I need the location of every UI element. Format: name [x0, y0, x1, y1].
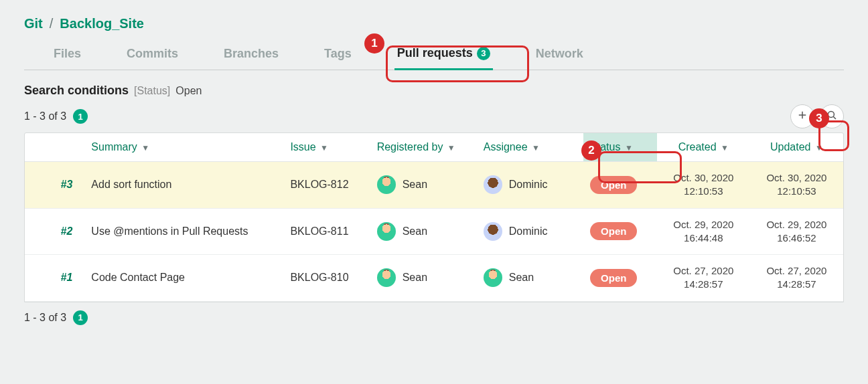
avatar — [377, 222, 396, 241]
pr-updated: Oct. 30, 2020 12:10:53 — [750, 162, 843, 209]
col-issue-label: Issue — [290, 141, 315, 153]
pr-assignee: Sean — [477, 255, 583, 302]
user-name: Sean — [403, 179, 427, 191]
col-updated[interactable]: Updated ▼ — [750, 133, 843, 162]
tab-pull-requests-label: Pull requests — [397, 46, 473, 60]
pr-id[interactable]: #1 — [25, 255, 84, 302]
result-count-badge-top: 1 — [73, 109, 88, 124]
chevron-down-icon: ▼ — [320, 143, 328, 153]
table-row[interactable]: #1 Code Contact Page BKLOG-810 Sean Sean… — [25, 255, 843, 302]
search-conditions: Search conditions [Status] Open — [24, 84, 844, 98]
col-summary-label: Summary — [91, 141, 137, 153]
col-summary[interactable]: Summary ▼ — [84, 133, 283, 162]
search-conditions-label: Search conditions — [24, 84, 129, 98]
pr-issue[interactable]: BKLOG-811 — [283, 208, 370, 255]
pr-status: Open — [583, 255, 657, 302]
avatar — [484, 222, 502, 241]
chevron-down-icon: ▼ — [447, 143, 455, 153]
search-button[interactable] — [820, 104, 844, 128]
chevron-down-icon: ▼ — [815, 143, 823, 153]
pr-summary[interactable]: Use @mentions in Pull Requests — [84, 208, 283, 255]
pr-issue[interactable]: BKLOG-810 — [283, 255, 370, 302]
col-updated-label: Updated — [770, 141, 811, 153]
col-issue[interactable]: Issue ▼ — [283, 133, 370, 162]
tab-commits[interactable]: Commits — [124, 41, 181, 70]
pull-request-table: Summary ▼ Issue ▼ Registered by ▼ Assign… — [24, 132, 844, 302]
avatar — [377, 268, 396, 287]
pr-assignee: Dominic — [477, 208, 583, 255]
breadcrumb-root[interactable]: Git — [24, 16, 43, 31]
user-name: Sean — [509, 272, 534, 284]
tab-tags[interactable]: Tags — [321, 41, 354, 70]
pr-assignee: Dominic — [477, 162, 583, 209]
search-conditions-key: [Status] — [134, 85, 170, 97]
chevron-down-icon: ▼ — [141, 143, 149, 153]
status-badge: Open — [590, 222, 637, 240]
pr-summary[interactable]: Add sort function — [84, 162, 283, 209]
tab-bar: Files Commits Branches Tags Pull request… — [24, 41, 844, 70]
chevron-down-icon: ▼ — [721, 143, 729, 153]
avatar — [484, 175, 502, 194]
pr-created: Oct. 27, 2020 14:28:57 — [657, 255, 750, 302]
tab-pull-requests[interactable]: Pull requests 3 — [394, 41, 493, 70]
user-name: Dominic — [509, 179, 548, 191]
result-count-badge-bottom: 1 — [73, 310, 88, 325]
pr-id[interactable]: #3 — [25, 162, 84, 209]
svg-point-2 — [828, 111, 834, 117]
table-row[interactable]: #2 Use @mentions in Pull Requests BKLOG-… — [25, 208, 843, 255]
search-icon — [826, 109, 838, 124]
breadcrumb-repo[interactable]: Backlog_Site — [60, 16, 144, 31]
breadcrumb: Git / Backlog_Site — [24, 16, 844, 31]
pr-status: Open — [583, 208, 657, 255]
pr-updated: Oct. 27, 2020 14:28:57 — [750, 255, 843, 302]
result-range-bottom: 1 - 3 of 3 — [24, 312, 66, 324]
pr-registered-by: Sean — [370, 208, 477, 255]
search-conditions-value: Open — [175, 85, 202, 97]
pr-registered-by: Sean — [370, 255, 477, 302]
col-assignee-label: Assignee — [484, 141, 528, 153]
col-created-label: Created — [678, 141, 717, 153]
pr-status: Open — [583, 162, 657, 209]
tab-files[interactable]: Files — [51, 41, 84, 70]
user-name: Sean — [403, 225, 427, 237]
col-id — [25, 133, 84, 162]
chevron-down-icon: ▼ — [532, 143, 540, 153]
svg-line-3 — [833, 116, 836, 119]
pr-registered-by: Sean — [370, 162, 477, 209]
tab-branches[interactable]: Branches — [221, 41, 281, 70]
avatar — [484, 268, 502, 287]
pr-summary[interactable]: Code Contact Page — [84, 255, 283, 302]
pr-id[interactable]: #2 — [25, 208, 84, 255]
breadcrumb-sep: / — [50, 16, 54, 31]
plus-icon — [796, 109, 808, 124]
status-badge: Open — [590, 176, 637, 194]
col-created[interactable]: Created ▼ — [657, 133, 750, 162]
pr-updated: Oct. 29, 2020 16:46:52 — [750, 208, 843, 255]
status-badge: Open — [590, 269, 637, 287]
pr-issue[interactable]: BKLOG-812 — [283, 162, 370, 209]
pr-created: Oct. 30, 2020 12:10:53 — [657, 162, 750, 209]
user-name: Sean — [403, 272, 427, 284]
tab-network[interactable]: Network — [533, 41, 586, 70]
chevron-down-icon: ▼ — [625, 143, 633, 153]
col-registered-by-label: Registered by — [377, 141, 443, 153]
col-assignee[interactable]: Assignee ▼ — [477, 133, 583, 162]
table-row[interactable]: #3 Add sort function BKLOG-812 Sean Domi… — [25, 162, 843, 209]
col-registered-by[interactable]: Registered by ▼ — [370, 133, 477, 162]
result-range-top: 1 - 3 of 3 — [24, 110, 66, 122]
col-status[interactable]: Status ▼ — [583, 133, 657, 162]
add-button[interactable] — [790, 104, 814, 128]
col-status-label: Status — [590, 141, 620, 153]
user-name: Dominic — [509, 225, 548, 237]
pull-request-count-badge: 3 — [477, 47, 490, 60]
pr-created: Oct. 29, 2020 16:44:48 — [657, 208, 750, 255]
avatar — [377, 175, 396, 194]
